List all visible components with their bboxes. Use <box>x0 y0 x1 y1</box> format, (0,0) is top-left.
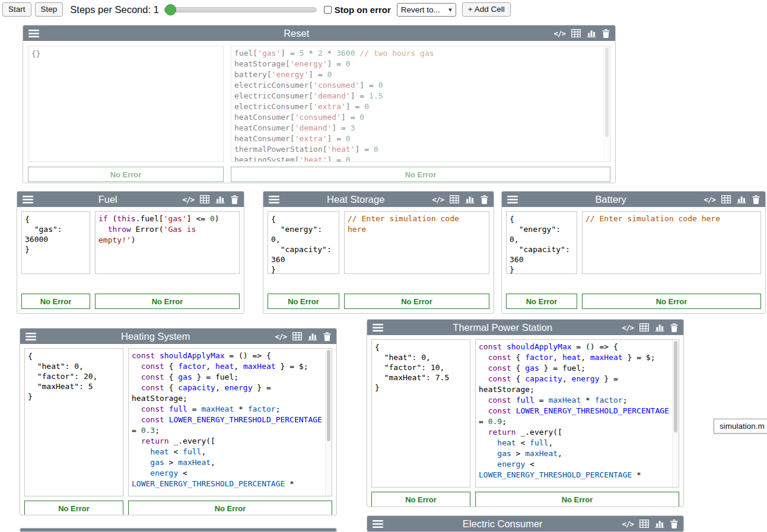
drag-handle-icon[interactable] <box>373 324 383 332</box>
cell-title: Thermal Power Station <box>383 322 622 333</box>
chart-view-icon[interactable] <box>465 195 475 203</box>
cell-electric-consumer: Electric Consumer </> <box>367 515 684 532</box>
start-button[interactable]: Start <box>2 2 31 17</box>
code-error-status: No Error <box>344 294 489 309</box>
state-error-status: No Error <box>371 492 470 507</box>
chart-view-icon[interactable] <box>655 520 664 528</box>
code-view-icon[interactable]: </> <box>432 195 444 204</box>
state-editor[interactable]: { "heat": 0, "factor": 20, "maxHeat": 5 … <box>24 348 123 496</box>
cell-partial-next <box>20 528 337 532</box>
state-editor[interactable]: {} <box>28 46 224 162</box>
revert-to-select[interactable]: Revert to... ▾ <box>397 3 456 17</box>
code-view-icon[interactable]: </> <box>622 323 634 332</box>
code-error-status: No Error <box>128 501 332 515</box>
state-editor[interactable]: { "heat": 0, "factor": 10, "maxHeat": 7.… <box>371 339 470 488</box>
step-button[interactable]: Step <box>35 2 63 17</box>
cell-title: Heat Storage <box>279 194 432 205</box>
status-tooltip: simulation.m <box>714 419 767 434</box>
cell-battery-header: Battery </> <box>502 192 765 207</box>
state-editor[interactable]: { "gas": 36000 } <box>21 211 90 274</box>
drag-handle-icon[interactable] <box>269 196 279 203</box>
chart-view-icon[interactable] <box>737 195 746 203</box>
steps-per-second-label: Steps per Second: 1 <box>70 4 159 15</box>
code-view-icon[interactable]: </> <box>553 29 565 38</box>
trash-icon[interactable] <box>323 332 331 341</box>
drag-handle-icon[interactable] <box>23 196 33 203</box>
cell-fuel-header: Fuel </> <box>17 192 244 207</box>
trash-icon[interactable] <box>480 195 488 204</box>
code-view-icon[interactable]: </> <box>182 195 194 204</box>
stop-on-error-label: Stop on error <box>335 5 391 15</box>
code-editor[interactable]: fuel['gas'] = 5 * 2 * 3600 // two hours … <box>231 46 610 162</box>
table-view-icon[interactable] <box>450 195 459 203</box>
scrollbar[interactable] <box>325 349 332 496</box>
slider-handle[interactable] <box>165 4 176 15</box>
trash-icon[interactable] <box>752 195 760 204</box>
trash-icon[interactable] <box>602 29 610 38</box>
simulation-notebook-page: Start Step Steps per Second: 1 Stop on e… <box>0 0 767 532</box>
cell-reset: Reset </> {} fuel['gas'] = 5 * 2 * 3600 … <box>23 25 616 183</box>
stop-on-error-checkbox[interactable] <box>324 6 332 14</box>
code-view-icon[interactable]: </> <box>622 520 634 528</box>
drag-handle-icon[interactable] <box>28 30 39 37</box>
code-error-status: No Error <box>231 167 610 182</box>
cell-partial-header <box>20 528 336 532</box>
chevron-down-icon: ▾ <box>448 6 452 14</box>
table-view-icon[interactable] <box>292 332 302 340</box>
state-editor[interactable]: { "energy": 0, "capacity": 360 } <box>506 211 577 274</box>
state-error-status: No Error <box>28 167 224 182</box>
toolbar: Start Step Steps per Second: 1 Stop on e… <box>0 0 767 19</box>
add-cell-button[interactable]: + Add Cell <box>462 2 511 17</box>
table-view-icon[interactable] <box>200 195 209 203</box>
slider-track[interactable] <box>164 7 317 12</box>
scrollbar[interactable] <box>603 46 610 161</box>
code-view-icon[interactable]: </> <box>275 332 287 341</box>
state-error-status: No Error <box>21 294 90 309</box>
chart-view-icon[interactable] <box>215 195 225 203</box>
cell-title: Heating System <box>36 331 275 342</box>
drag-handle-icon[interactable] <box>373 520 383 528</box>
table-view-icon[interactable] <box>571 29 581 37</box>
cell-title: Reset <box>39 28 553 39</box>
code-view-icon[interactable]: </> <box>704 195 715 204</box>
scrollbar[interactable] <box>672 340 679 487</box>
code-editor[interactable]: const shouldApplyMax = () => { const { f… <box>128 348 332 496</box>
code-error-status: No Error <box>582 294 761 309</box>
cell-heating-system: Heating System </> { "heat": 0, "factor"… <box>20 328 337 515</box>
cell-fuel: Fuel </> { "gas": 36000 } if (this.fuel[… <box>17 191 244 314</box>
cell-reset-header: Reset </> <box>23 26 615 41</box>
chart-view-icon[interactable] <box>655 323 664 332</box>
cell-heat-storage: Heat Storage </> { "energy": 0, "capacit… <box>263 191 494 314</box>
trash-icon[interactable] <box>670 323 678 332</box>
state-error-status: No Error <box>506 294 577 309</box>
code-editor[interactable]: const shouldApplyMax = () => { const { f… <box>475 339 679 488</box>
cell-battery: Battery </> { "energy": 0, "capacity": 3… <box>501 191 766 314</box>
cell-heating-system-header: Heating System </> <box>20 329 336 344</box>
speed-slider[interactable] <box>164 4 317 15</box>
stop-on-error-control: Stop on error <box>324 5 391 15</box>
code-error-status: No Error <box>475 492 679 507</box>
cell-heat-storage-header: Heat Storage </> <box>263 192 494 207</box>
table-view-icon[interactable] <box>639 323 649 332</box>
drag-handle-icon[interactable] <box>26 333 36 340</box>
state-editor[interactable]: { "energy": 0, "capacity": 360 } <box>268 211 339 274</box>
cell-electric-consumer-header: Electric Consumer </> <box>367 516 683 531</box>
chart-view-icon[interactable] <box>308 332 317 340</box>
table-view-icon[interactable] <box>721 195 731 203</box>
table-view-icon[interactable] <box>639 520 649 528</box>
cell-title: Fuel <box>33 194 182 205</box>
state-error-status: No Error <box>24 501 123 515</box>
state-error-status: No Error <box>268 294 339 309</box>
chart-view-icon[interactable] <box>587 29 596 37</box>
code-error-status: No Error <box>95 294 240 309</box>
code-editor[interactable]: if (this.fuel['gas'] <= 0) throw Error('… <box>95 211 240 274</box>
revert-to-selected-value: Revert to... <box>401 5 440 14</box>
code-editor[interactable]: // Enter simulation code here <box>582 211 761 274</box>
cell-thermal-power-station: Thermal Power Station </> { "heat": 0, "… <box>367 319 684 507</box>
drag-handle-icon[interactable] <box>507 196 518 203</box>
trash-icon[interactable] <box>231 195 238 204</box>
code-editor[interactable]: // Enter simulation code here <box>344 211 489 274</box>
cell-title: Battery <box>518 194 704 205</box>
trash-icon[interactable] <box>670 520 678 528</box>
cell-thermal-power-station-header: Thermal Power Station </> <box>367 320 683 335</box>
